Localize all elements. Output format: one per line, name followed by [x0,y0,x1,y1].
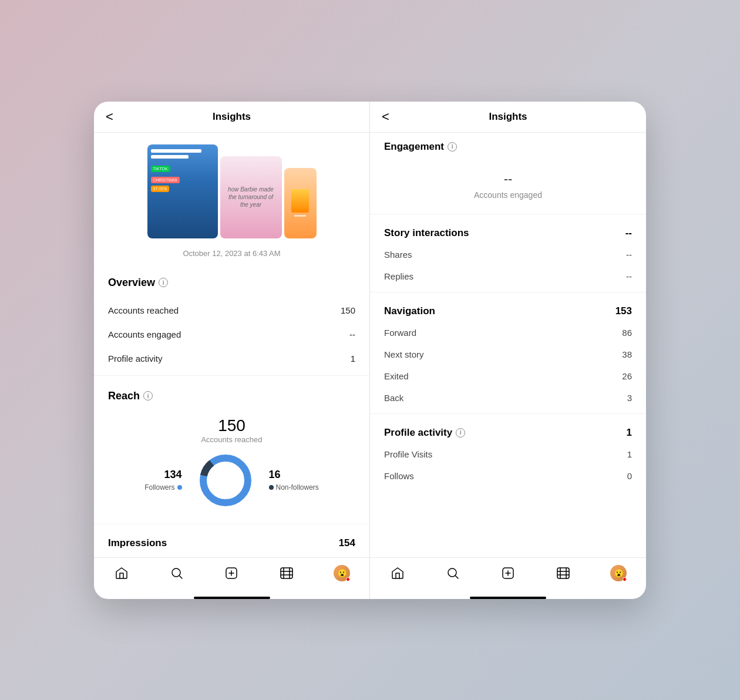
next-story-label: Next story [384,349,424,359]
profile-activity-info-icon[interactable]: i [456,428,465,438]
followers-legend: 134 Followers [144,469,181,492]
follows-row: Follows 0 [384,465,632,487]
engagement-area: -- Accounts engaged [384,157,632,209]
accounts-engaged-label: Accounts engaged [108,329,181,339]
profile-activity-label: Profile activity [108,354,163,364]
left-nav-home[interactable] [113,565,130,581]
reach-total: 150 [218,416,245,435]
engagement-title: Engagement [384,141,444,153]
non-followers-legend-label: Non-followers [276,483,319,492]
left-bottom-indicator [194,597,270,599]
right-reels-icon [556,566,570,580]
overview-info-icon[interactable]: i [159,278,168,287]
reach-title: Reach i [108,390,355,402]
follows-label: Follows [384,471,414,481]
story-secondary-content: how Barbie made the turnaround of the ye… [220,156,282,238]
story-interactions-title: Story interactions [384,227,469,239]
reach-chart-area: 150 Accounts reached 134 Followers [108,412,355,519]
followers-legend-label: Followers [144,483,174,492]
accounts-engaged-value: -- [349,329,355,339]
profile-activity-title-row: Profile activity i 1 [384,419,632,443]
left-nav-add[interactable] [223,565,240,581]
story-interactions-divider [370,292,646,292]
profile-activity-value: 1 [627,427,632,439]
donut-row: 134 Followers 16 [144,451,319,510]
story-interactions-title-row: Story interactions -- [384,219,632,244]
exited-row: Exited 26 [384,365,632,387]
story-timestamp: October 12, 2023 at 6:43 AM [94,244,369,267]
search-icon [170,566,184,580]
story-images-area: TIKTOK CHRISTMAS 97.02% how Barbie made … [94,133,369,244]
replies-row: Replies -- [384,265,632,287]
engagement-sub-label: Accounts engaged [398,190,618,200]
exited-value: 26 [622,371,632,381]
mock-text-1 [151,149,201,153]
impressions-row: Impressions 154 [94,529,369,557]
right-nav-search[interactable] [445,565,461,581]
profile-visits-label: Profile Visits [384,449,432,459]
shares-label: Shares [384,250,412,260]
followers-dot [177,485,182,490]
non-followers-legend: 16 Non-followers [269,469,319,492]
back-label: Back [384,393,403,403]
back-row: Back 3 [384,387,632,409]
right-bottom-nav: 😮 [370,557,646,593]
reach-section: Reach i 150 Accounts reached 134 Followe… [94,381,369,519]
reach-total-label: Accounts reached [201,435,262,444]
navigation-title: Navigation [384,305,435,317]
mock-text-2 [151,155,189,159]
forward-value: 86 [622,328,632,338]
left-avatar: 😮 [334,565,350,581]
profile-activity-row: Profile activity 1 [108,346,355,371]
left-nav-search[interactable] [169,565,185,581]
impressions-value: 154 [339,537,355,549]
right-back-button[interactable]: < [382,109,389,124]
non-followers-dot [269,485,274,490]
followers-count: 134 [164,469,181,481]
right-nav-reels[interactable] [555,565,571,581]
follows-value: 0 [627,471,632,481]
overview-divider [94,375,369,376]
non-followers-legend-item: Non-followers [269,483,319,492]
profile-visits-value: 1 [627,449,632,459]
exited-label: Exited [384,371,409,381]
left-panel: < Insights TIKTOK CHRISTMAS 97.02% [94,102,370,599]
profile-activity-title: Profile activity i [384,427,465,439]
replies-label: Replies [384,271,413,281]
mock-badge-christmas: CHRISTMAS [151,177,180,183]
non-followers-count: 16 [269,469,281,481]
left-back-button[interactable]: < [106,109,113,124]
home-icon [115,566,129,580]
profile-visits-row: Profile Visits 1 [384,443,632,465]
engagement-section: Engagement i -- Accounts engaged [370,133,646,209]
svg-rect-7 [281,568,292,578]
left-nav-profile[interactable]: 😮 [334,565,350,581]
navigation-divider [370,413,646,414]
navigation-value: 153 [615,305,632,317]
right-add-icon [501,566,515,580]
right-nav-add[interactable] [500,565,516,581]
forward-row: Forward 86 [384,322,632,344]
story-third-content [284,168,317,238]
engagement-divider [370,214,646,214]
shares-row: Shares -- [384,244,632,265]
left-notification-dot [346,577,350,581]
reach-info-icon[interactable]: i [143,391,153,401]
profile-activity-value: 1 [351,354,355,364]
forward-label: Forward [384,328,416,338]
reach-divider [94,524,369,524]
right-header: < Insights [370,102,646,133]
donut-chart [196,451,255,510]
left-header: < Insights [94,102,369,133]
right-nav-home[interactable] [389,565,406,581]
left-bottom-nav: 😮 [94,557,369,593]
story-interactions-value: -- [625,227,632,239]
story-secondary-image: how Barbie made the turnaround of the ye… [220,156,282,238]
engagement-info-icon[interactable]: i [448,142,457,152]
svg-rect-13 [557,568,569,578]
left-nav-reels[interactable] [278,565,295,581]
story-interactions-section: Story interactions -- Shares -- Replies … [370,219,646,287]
profile-activity-section: Profile activity i 1 Profile Visits 1 Fo… [370,419,646,487]
right-nav-profile[interactable]: 😮 [610,565,627,581]
shares-value: -- [626,250,632,260]
